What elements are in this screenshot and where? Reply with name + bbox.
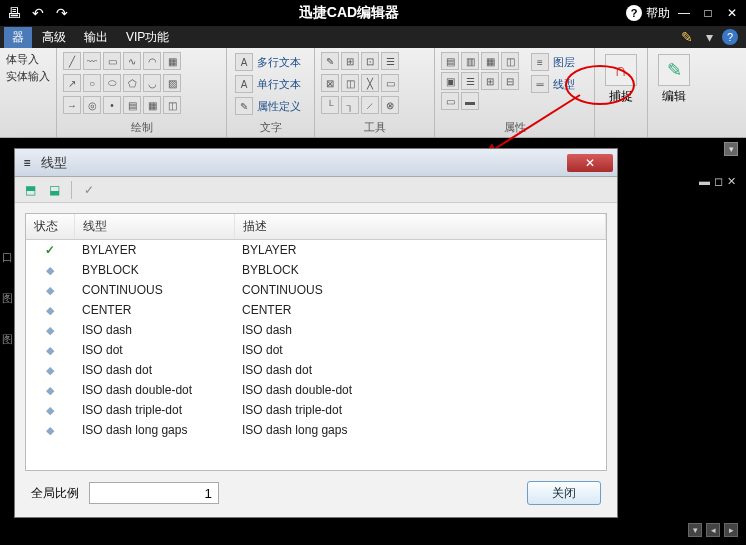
panel-collapse-icon[interactable]: ▾ xyxy=(724,142,738,156)
multitext-button[interactable]: A多行文本 xyxy=(233,52,303,72)
rect-icon[interactable]: ▭ xyxy=(103,52,121,70)
menu-editor[interactable]: 器 xyxy=(4,27,32,48)
maximize-button[interactable]: □ xyxy=(698,3,718,23)
help-round-icon[interactable]: ? xyxy=(722,29,738,45)
layers-button[interactable]: ≡图层 xyxy=(529,52,577,72)
tool8-icon[interactable]: ▭ xyxy=(381,74,399,92)
dialog-titlebar[interactable]: ≡ 线型 ✕ xyxy=(15,149,617,177)
point-icon[interactable]: • xyxy=(103,96,121,114)
tool11-icon[interactable]: ⟋ xyxy=(361,96,379,114)
tool3-icon[interactable]: ⊡ xyxy=(361,52,379,70)
col-desc[interactable]: 描述 xyxy=(234,214,606,240)
linetype-button[interactable]: ═线型 xyxy=(529,74,577,94)
circle-icon[interactable]: ○ xyxy=(83,74,101,92)
attrdef-button[interactable]: ✎属性定义 xyxy=(233,96,303,116)
entity-input-label[interactable]: 实体输入 xyxy=(6,69,50,84)
table-row[interactable]: ◆ISO dash dotISO dash dot xyxy=(26,360,606,380)
tool1-icon[interactable]: ✎ xyxy=(321,52,339,70)
ray-icon[interactable]: → xyxy=(63,96,81,114)
p1-icon[interactable]: ▤ xyxy=(441,52,459,70)
arc2-icon[interactable]: ◡ xyxy=(143,74,161,92)
pen-icon[interactable]: ✎ xyxy=(678,28,696,46)
ribbon-group-tools: ✎⊞⊡☰ ⊠◫╳▭ └┐⟋⊗ 工具 xyxy=(315,48,435,137)
p2-icon[interactable]: ▥ xyxy=(461,52,479,70)
tool4-icon[interactable]: ☰ xyxy=(381,52,399,70)
menu-output[interactable]: 输出 xyxy=(76,27,116,48)
close-button[interactable]: ✕ xyxy=(722,3,742,23)
row-state-icon: ◆ xyxy=(26,280,74,300)
p7-icon[interactable]: ⊞ xyxy=(481,72,499,90)
p4-icon[interactable]: ◫ xyxy=(501,52,519,70)
table-row[interactable]: ◆ISO dash triple-dotISO dash triple-dot xyxy=(26,400,606,420)
apply-icon[interactable]: ✓ xyxy=(80,181,98,199)
polyline-icon[interactable]: 〰 xyxy=(83,52,101,70)
app-title: 迅捷CAD编辑器 xyxy=(72,4,626,22)
redo-icon[interactable]: ↷ xyxy=(52,3,72,23)
delete-icon[interactable]: ⬓ xyxy=(45,181,63,199)
hatch-icon[interactable]: ▦ xyxy=(163,52,181,70)
menu-advanced[interactable]: 高级 xyxy=(34,27,74,48)
donut-icon[interactable]: ◎ xyxy=(83,96,101,114)
menu-vip[interactable]: VIP功能 xyxy=(118,27,177,48)
table-row[interactable]: ◆CONTINUOUSCONTINUOUS xyxy=(26,280,606,300)
table-row[interactable]: ◆ISO dotISO dot xyxy=(26,340,606,360)
dialog-close-button[interactable]: ✕ xyxy=(567,154,613,172)
hatch2-icon[interactable]: ▨ xyxy=(163,74,181,92)
table-row[interactable]: ◆ISO dash double-dotISO dash double-dot xyxy=(26,380,606,400)
tool6-icon[interactable]: ◫ xyxy=(341,74,359,92)
help-label[interactable]: 帮助 xyxy=(646,5,670,22)
tool9-icon[interactable]: └ xyxy=(321,96,339,114)
table-row[interactable]: ✓BYLAYERBYLAYER xyxy=(26,240,606,261)
close-button[interactable]: 关闭 xyxy=(527,481,601,505)
row-desc: ISO dash long gaps xyxy=(234,420,606,440)
p9-icon[interactable]: ▭ xyxy=(441,92,459,110)
p3-icon[interactable]: ▦ xyxy=(481,52,499,70)
table-row[interactable]: ◆ISO dashISO dash xyxy=(26,320,606,340)
region-icon[interactable]: ◫ xyxy=(163,96,181,114)
row-name: CENTER xyxy=(74,300,234,320)
ellipse-icon[interactable]: ⬭ xyxy=(103,74,121,92)
scroll-left-icon[interactable]: ◂ xyxy=(706,523,720,537)
minimize-button[interactable]: — xyxy=(674,3,694,23)
image-icon[interactable]: ▤ xyxy=(123,96,141,114)
row-state-icon: ◆ xyxy=(26,380,74,400)
undo-icon[interactable]: ↶ xyxy=(28,3,48,23)
scroll-dd-icon[interactable]: ▾ xyxy=(688,523,702,537)
edit-button[interactable]: ✎ 编辑 xyxy=(654,52,694,107)
p6-icon[interactable]: ☰ xyxy=(461,72,479,90)
arc-icon[interactable]: ◠ xyxy=(143,52,161,70)
xline-icon[interactable]: ↗ xyxy=(63,74,81,92)
panel-close-icon[interactable]: ✕ xyxy=(727,175,736,188)
row-name: ISO dash triple-dot xyxy=(74,400,234,420)
tool2-icon[interactable]: ⊞ xyxy=(341,52,359,70)
p10-icon[interactable]: ▬ xyxy=(461,92,479,110)
table-row[interactable]: ◆BYBLOCKBYBLOCK xyxy=(26,260,606,280)
scroll-right-icon[interactable]: ▸ xyxy=(724,523,738,537)
dropdown-icon[interactable]: ▾ xyxy=(700,28,718,46)
panel-max-icon[interactable]: ◻ xyxy=(714,175,723,188)
spline-icon[interactable]: ∿ xyxy=(123,52,141,70)
tool12-icon[interactable]: ⊗ xyxy=(381,96,399,114)
ribbon-group-text-label: 文字 xyxy=(233,119,308,135)
line-icon[interactable]: ╱ xyxy=(63,52,81,70)
p5-icon[interactable]: ▣ xyxy=(441,72,459,90)
table-row[interactable]: ◆CENTERCENTER xyxy=(26,300,606,320)
tool10-icon[interactable]: ┐ xyxy=(341,96,359,114)
help-icon[interactable]: ? xyxy=(626,5,642,21)
col-state[interactable]: 状态 xyxy=(26,214,74,240)
entity-import-label[interactable]: 体导入 xyxy=(6,52,50,67)
singletext-button[interactable]: A单行文本 xyxy=(233,74,303,94)
table-icon[interactable]: ▦ xyxy=(143,96,161,114)
polygon-icon[interactable]: ⬠ xyxy=(123,74,141,92)
p8-icon[interactable]: ⊟ xyxy=(501,72,519,90)
table-row[interactable]: ◆ISO dash long gapsISO dash long gaps xyxy=(26,420,606,440)
panel-min-icon[interactable]: ▬ xyxy=(699,175,710,188)
load-icon[interactable]: ⬒ xyxy=(21,181,39,199)
scale-input[interactable] xyxy=(89,482,219,504)
tool7-icon[interactable]: ╳ xyxy=(361,74,379,92)
col-linetype[interactable]: 线型 xyxy=(74,214,234,240)
snap-button[interactable]: ∩ 捕捉 xyxy=(601,52,641,107)
print-icon[interactable]: 🖶 xyxy=(4,3,24,23)
tool5-icon[interactable]: ⊠ xyxy=(321,74,339,92)
ribbon: 体导入 实体输入 ╱ 〰 ▭ ∿ ◠ ▦ ↗ ○ ⬭ ⬠ ◡ ▨ xyxy=(0,48,746,138)
